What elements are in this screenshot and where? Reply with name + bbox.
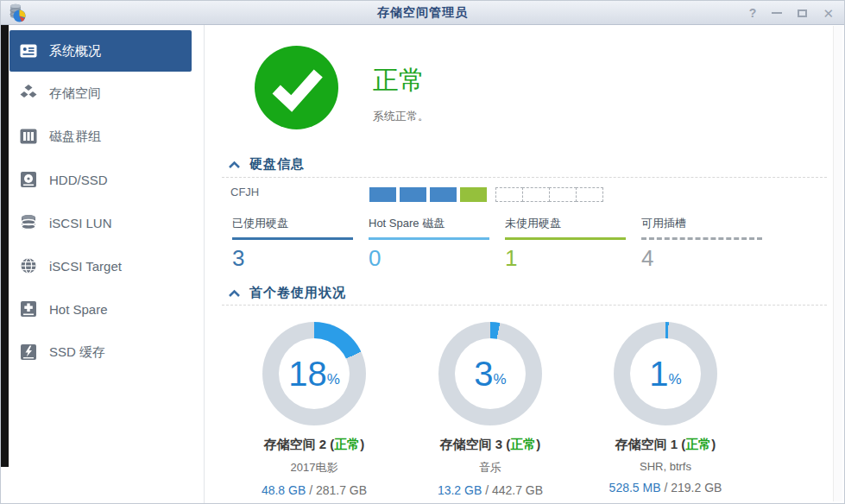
- volume-name: 存储空间 2 (正常): [224, 437, 404, 453]
- sidebar-item-label: SSD 缓存: [49, 344, 105, 361]
- window-edge-strip: [1, 25, 9, 467]
- sidebar-item-label: Hot Spare: [49, 302, 108, 317]
- volume-name: 存储空间 3 (正常): [400, 437, 580, 453]
- minimize-icon[interactable]: [772, 12, 782, 14]
- ssd-cache-icon: [18, 342, 39, 362]
- sidebar-item-system-overview[interactable]: 系统概况: [9, 30, 192, 72]
- sidebar-item-ssd-cache[interactable]: SSD 缓存: [1, 331, 204, 374]
- chevron-up-icon: [228, 289, 241, 298]
- section-divider: [222, 305, 827, 306]
- stat-underline: [369, 237, 489, 240]
- volume-description: 音乐: [400, 460, 580, 476]
- sidebar-item-hdd-ssd[interactable]: HDD/SSD: [1, 158, 204, 201]
- disk-slot-used: [430, 187, 457, 202]
- hot-spare-icon: [18, 299, 39, 319]
- volume-usage-donut: 3%: [438, 322, 542, 425]
- section-divider: [222, 177, 827, 178]
- storage-manager-window: 存储空间管理员 ? ✕ 系统概况: [0, 0, 845, 504]
- status-ok-icon: [255, 46, 338, 129]
- disk-slot-used: [369, 187, 396, 202]
- sidebar-item-label: iSCSI Target: [49, 259, 122, 274]
- volume-name: 存储空间 1 (正常): [576, 437, 755, 453]
- disk-slot-unused: [460, 187, 487, 202]
- status-description: 系统正常。: [373, 109, 429, 124]
- volume-description: 2017电影: [224, 460, 404, 476]
- maximize-icon[interactable]: [798, 9, 807, 17]
- hdd-ssd-icon: [18, 169, 39, 190]
- volume-card: 3% 存储空间 3 (正常) 音乐 13.2 GB / 442.7 GB: [400, 317, 580, 497]
- sidebar: 系统概况 存储空间 磁盘群组: [1, 25, 205, 503]
- sidebar-item-iscsi-lun[interactable]: iSCSI LUN: [1, 201, 204, 244]
- iscsi-target-icon: [18, 255, 39, 276]
- disk-slot-empty: [522, 187, 550, 202]
- sidebar-item-label: 系统概况: [49, 43, 101, 60]
- sidebar-item-disk-group[interactable]: 磁盘群组: [1, 115, 204, 158]
- disk-slot-bar: [369, 187, 603, 202]
- stat-underline: [505, 237, 626, 240]
- stat-underline: [232, 237, 353, 240]
- disk-slot-empty: [495, 187, 523, 202]
- stat-used-disks: 已使用硬盘 3: [232, 216, 353, 272]
- stat-hot-spare-disks: Hot Spare 磁盘 0: [369, 216, 489, 272]
- section-title: 硬盘信息: [249, 156, 305, 173]
- volume-size: 528.5 MB / 219.2 GB: [576, 481, 755, 495]
- volume-status: 正常: [334, 437, 360, 451]
- titlebar: 存储空间管理员 ? ✕: [1, 1, 844, 25]
- sidebar-item-hot-spare[interactable]: Hot Spare: [1, 287, 204, 331]
- main-panel: 正常 系统正常。 硬盘信息 CFJH 已使用硬盘 3 Hot Spare 磁盘 …: [205, 25, 844, 503]
- volume-usage-section-header[interactable]: 首个卷使用状况: [228, 285, 346, 301]
- stat-unused-disks: 未使用硬盘 1: [505, 216, 626, 272]
- volume-size: 48.8 GB / 281.7 GB: [224, 483, 404, 497]
- host-name: CFJH: [230, 186, 259, 198]
- volume-status: 正常: [510, 437, 536, 451]
- volume-card: 18% 存储空间 2 (正常) 2017电影 48.8 GB / 281.7 G…: [224, 317, 404, 497]
- scrollbar[interactable]: [833, 26, 842, 501]
- stat-underline: [641, 237, 762, 240]
- disk-slot-empty: [576, 187, 603, 202]
- status-headline: 正常: [373, 63, 429, 98]
- window-title: 存储空间管理员: [1, 5, 844, 21]
- sidebar-item-label: 存储空间: [49, 85, 101, 102]
- volume-size: 13.2 GB / 442.7 GB: [400, 483, 580, 497]
- iscsi-lun-icon: [18, 212, 39, 233]
- sidebar-item-label: iSCSI LUN: [49, 216, 112, 230]
- volume-status: 正常: [685, 437, 711, 451]
- help-icon[interactable]: ?: [749, 7, 757, 19]
- disk-stats-row: 已使用硬盘 3 Hot Spare 磁盘 0 未使用硬盘 1 可用插槽 4: [232, 216, 778, 272]
- stat-available-slots: 可用插槽 4: [641, 216, 762, 272]
- disk-group-icon: [18, 126, 39, 147]
- sidebar-item-label: 磁盘群组: [49, 129, 101, 145]
- volume-description: SHR, btrfs: [576, 460, 755, 473]
- sidebar-item-storage-pool[interactable]: 存储空间: [1, 72, 204, 115]
- chevron-up-icon: [228, 161, 241, 169]
- disk-slot-empty: [549, 187, 577, 202]
- disk-info-section-header[interactable]: 硬盘信息: [228, 156, 305, 173]
- section-title: 首个卷使用状况: [249, 285, 346, 301]
- storage-pool-icon: [18, 83, 39, 104]
- system-overview-icon: [18, 41, 39, 61]
- close-icon[interactable]: ✕: [823, 7, 834, 20]
- sidebar-item-iscsi-target[interactable]: iSCSI Target: [1, 244, 204, 287]
- disk-slot-used: [400, 187, 426, 202]
- volume-usage-donut: 18%: [262, 322, 366, 425]
- volume-usage-donut: 1%: [614, 322, 717, 425]
- sidebar-item-label: HDD/SSD: [49, 173, 108, 187]
- volume-card: 1% 存储空间 1 (正常) SHR, btrfs 528.5 MB / 219…: [576, 317, 755, 495]
